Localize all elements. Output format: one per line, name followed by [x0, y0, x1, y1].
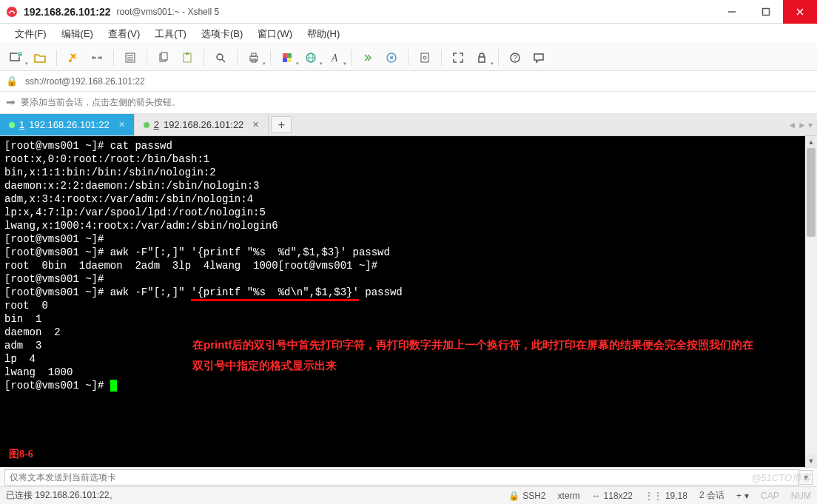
status-sessions: 2 会话 — [699, 489, 724, 502]
feedback-icon[interactable] — [528, 47, 549, 68]
paste-icon[interactable] — [177, 47, 198, 68]
svg-rect-22 — [252, 53, 256, 56]
terminal[interactable]: [root@vms001 ~]# cat passwdroot:x,0:0:ro… — [0, 136, 805, 467]
lock-icon[interactable]: ▾ — [471, 47, 492, 68]
app-icon — [6, 6, 18, 18]
svg-text:A: A — [331, 53, 338, 64]
term-line: adm,x:3:4:rootx:/var/adm:/sbin/nologin:4 — [4, 192, 801, 206]
new-session-icon[interactable]: +▾ — [6, 47, 27, 68]
tab-next-icon[interactable]: ► — [798, 120, 807, 130]
address-input[interactable] — [22, 75, 811, 88]
term-line: [root@vms001 ~]# — [4, 379, 801, 392]
figure-label: 图8-6 — [9, 448, 33, 461]
status-plus-icon[interactable]: + ▾ — [736, 491, 749, 501]
svg-line-20 — [222, 59, 225, 62]
svg-text:+: + — [19, 51, 21, 56]
address-bar: 🔒 — [0, 71, 817, 92]
svg-rect-25 — [287, 53, 292, 58]
color-scheme-icon[interactable]: ▾ — [277, 47, 297, 68]
svg-point-19 — [217, 54, 223, 60]
status-num: NUM — [791, 491, 811, 501]
menu-tools[interactable]: 工具(T) — [147, 24, 194, 44]
compose-target-dropdown[interactable]: ▾ — [799, 470, 813, 485]
terminal-area: [root@vms001 ~]# cat passwdroot:x,0:0:ro… — [0, 136, 817, 467]
menu-bar: 文件(F) 编辑(E) 查看(V) 工具(T) 选项卡(B) 窗口(W) 帮助(… — [0, 24, 817, 44]
size-icon: ↔ — [592, 491, 601, 501]
print-icon[interactable]: ▾ — [243, 47, 264, 68]
status-bar: 已连接 192.168.26.101:22。 🔒SSH2 xterm ↔118x… — [0, 486, 817, 504]
scroll-thumb[interactable] — [807, 148, 816, 237]
status-dot-icon — [144, 122, 149, 128]
tab-2[interactable]: 2 192.168.26.101:22 ✕ — [135, 114, 269, 135]
tab-nav: ◄ ► ▾ — [787, 114, 813, 135]
scroll-down-icon[interactable]: ▼ — [805, 455, 817, 467]
script-icon[interactable] — [414, 47, 435, 68]
status-connection: 已连接 192.168.26.101:22。 — [6, 489, 118, 502]
tab-close-icon[interactable]: ✕ — [118, 120, 125, 130]
svg-point-8 — [69, 59, 72, 62]
tab-list-icon[interactable]: ▾ — [808, 120, 813, 130]
copy-icon[interactable] — [153, 47, 174, 68]
status-caps: CAP — [761, 491, 779, 501]
tab-label: 192.168.26.101:22 — [164, 119, 243, 130]
maximize-button[interactable] — [749, 0, 783, 24]
scroll-track[interactable] — [805, 148, 817, 455]
hint-bar: ⮕ 要添加当前会话，点击左侧的箭头按钮。 — [0, 92, 817, 114]
menu-help[interactable]: 帮助(H) — [300, 24, 347, 44]
close-button[interactable] — [783, 0, 817, 24]
open-session-icon[interactable] — [30, 47, 50, 68]
disconnect-icon[interactable] — [87, 47, 107, 68]
add-tab-button[interactable]: + — [271, 116, 292, 133]
scroll-up-icon[interactable]: ▲ — [805, 136, 817, 148]
status-dot-icon — [9, 122, 15, 128]
svg-point-0 — [7, 7, 17, 17]
tab-1[interactable]: 1 192.168.26.101:22 ✕ — [0, 114, 135, 135]
toolbar: +▾ ▾ ▾ ▾ A▾ ▾ ? — [0, 44, 817, 71]
svg-point-9 — [92, 56, 95, 59]
compose-input[interactable] — [4, 469, 799, 485]
svg-rect-35 — [479, 57, 485, 62]
term-line: root 0bin 1daemon 2adm 3lp 4lwang 1000[r… — [4, 259, 801, 272]
window-title: 192.168.26.101:22 — [24, 6, 111, 18]
transfer-icon[interactable] — [357, 47, 378, 68]
svg-point-34 — [423, 56, 426, 59]
hint-text: 要添加当前会话，点击左侧的箭头按钮。 — [21, 96, 181, 109]
annotation-text: 在printf后的双引号中首先打印字符，再打印数字并加上一个换行符，此时打印在屏… — [192, 335, 762, 376]
xftp-icon[interactable] — [381, 47, 402, 68]
tab-prev-icon[interactable]: ◄ — [787, 120, 796, 130]
menu-file[interactable]: 文件(F) — [7, 24, 54, 44]
cursor-icon — [110, 380, 117, 392]
font-icon[interactable]: A▾ — [324, 47, 345, 68]
menu-window[interactable]: 窗口(W) — [250, 24, 300, 44]
arrow-icon[interactable]: ⮕ — [6, 97, 16, 109]
window-subtitle: root@vms001:~ - Xshell 5 — [117, 7, 220, 17]
term-line: [root@vms001 ~]# awk -F"[:,]" '{printf "… — [4, 286, 801, 299]
menu-view[interactable]: 查看(V) — [101, 24, 147, 44]
encoding-icon[interactable]: ▾ — [300, 47, 321, 68]
tab-close-icon[interactable]: ✕ — [252, 120, 259, 130]
svg-rect-24 — [283, 53, 287, 58]
term-line: daemon:x:2:2:daemon:/sbin:/sbin/nologin:… — [4, 179, 801, 192]
menu-edit[interactable]: 编辑(E) — [54, 24, 101, 44]
term-line: [root@vms001 ~]# — [4, 232, 801, 246]
minimize-button[interactable] — [715, 0, 749, 24]
grid-icon: ⋮⋮ — [645, 491, 662, 501]
status-protocol: 🔒SSH2 — [508, 491, 545, 501]
tab-number: 2 — [154, 119, 159, 130]
term-line: root 0 — [4, 299, 801, 312]
find-icon[interactable] — [210, 47, 231, 68]
term-line: bin 1 — [4, 312, 801, 326]
term-line: root:x,0:0:root:/root:/bin/bash:1 — [4, 152, 801, 166]
term-line: [root@vms001 ~]# awk -F"[:,]" '{printf "… — [4, 246, 801, 259]
menu-tab[interactable]: 选项卡(B) — [194, 24, 250, 44]
fullscreen-icon[interactable] — [448, 47, 468, 68]
svg-rect-26 — [283, 58, 287, 62]
help-icon[interactable]: ? — [505, 47, 525, 68]
term-line: lwang,x:1000:4:rootx:/var/adm:/sbin/nolo… — [4, 219, 801, 232]
properties-icon[interactable] — [120, 47, 141, 68]
term-line: [root@vms001 ~]# cat passwd — [4, 139, 801, 152]
scrollbar[interactable]: ▲ ▼ — [805, 136, 817, 467]
reconnect-icon[interactable] — [63, 47, 84, 68]
status-position: ⋮⋮19,18 — [645, 491, 687, 501]
svg-text:?: ? — [513, 54, 517, 62]
